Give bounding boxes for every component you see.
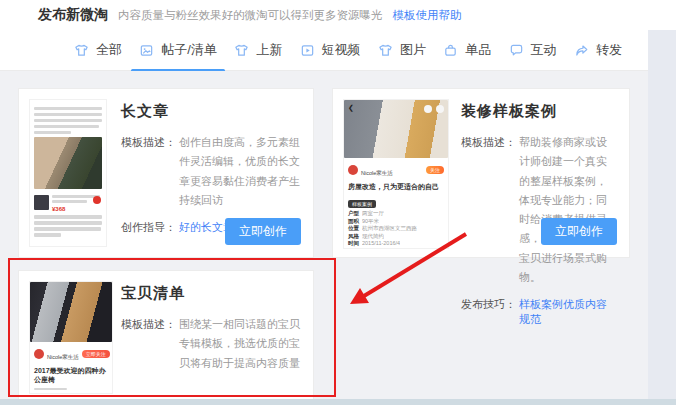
- avatar: [34, 349, 44, 359]
- card-body: 宝贝清单 模板描述： 围绕某一相同话题的宝贝专辑模板，挑选优质的宝贝将有助于提高…: [121, 284, 301, 373]
- video-play-icon: [300, 43, 315, 58]
- tab-posts-list[interactable]: 帖子/清单: [139, 41, 217, 59]
- card-body: 装修样板案例 模板描述： 帮助装修商家或设计师创建一个真实的整屋样板案例，体现专…: [461, 102, 617, 327]
- tab-all[interactable]: 全部: [74, 41, 122, 59]
- picture-post-icon: [139, 43, 154, 58]
- back-icon: ❮: [348, 104, 354, 112]
- author-name: Nicole家生活: [47, 354, 79, 360]
- close-icon: [436, 105, 444, 113]
- template-description: 模板描述： 帮助装修商家或设计师创建一个真实的整屋样板案例，体现专业能力；同时给…: [461, 133, 617, 287]
- tab-label: 转发: [596, 41, 622, 59]
- tab-label: 上新: [256, 41, 282, 59]
- tip-link[interactable]: 样板案例优质内容规范: [519, 298, 607, 325]
- product-price: ¥368: [52, 206, 102, 213]
- preview-photo: [30, 282, 112, 342]
- long-article-preview: ¥368: [29, 99, 107, 247]
- shirt-icon: [234, 43, 249, 58]
- create-now-button[interactable]: 立即创作: [541, 218, 617, 245]
- template-card-item-list: Nicole家生活 立即关注 2017最受欢迎的四种办公座椅 宝贝清单 模板描述…: [18, 270, 314, 401]
- preview-title: 2017最受欢迎的四种办公座椅: [30, 365, 112, 385]
- page-title: 发布新微淘: [38, 6, 108, 24]
- author-row: Nicole家生活 立即关注: [30, 342, 112, 365]
- publish-tip: 发布技巧： 样板案例优质内容规范: [461, 297, 617, 327]
- author-info: Nicole家生活: [47, 345, 79, 363]
- weitao-publish-page: 发布新微淘 内容质量与粉丝效果好的微淘可以得到更多资源曝光 模板使用帮助 全部 …: [0, 0, 676, 408]
- card-title: 装修样板案例: [461, 102, 617, 121]
- follow-button: 立即关注: [82, 350, 110, 358]
- tab-single-item[interactable]: 单品: [443, 41, 491, 59]
- card-title: 长文章: [121, 102, 301, 121]
- tab-label: 互动: [531, 41, 557, 59]
- description-label: 模板描述：: [461, 133, 516, 152]
- shirt-icon: [74, 43, 89, 58]
- description-label: 模板描述：: [121, 133, 176, 152]
- text-placeholder-block: [30, 388, 112, 395]
- author-name: Nicole家生活: [361, 170, 393, 176]
- card-body: 长文章 模板描述： 创作自由度高，多元素组件灵活编辑，优质的长文章更容易黏住消费…: [121, 102, 301, 235]
- template-card-long-article: ¥368 长文章 模板描述： 创作自由度高，多元素组件灵活编辑，优质的长文章更容…: [18, 88, 314, 258]
- card-title: 宝贝清单: [121, 284, 301, 303]
- follow-button: 关注: [426, 166, 444, 174]
- product-thumbnail: [34, 195, 49, 210]
- template-description: 模板描述： 创作自由度高，多元素组件灵活编辑，优质的长文章更容易黏住消费者产生持…: [121, 133, 301, 210]
- preview-photo: [34, 137, 102, 189]
- preview-title: 房屋改造，只为更适合的自己: [344, 181, 448, 192]
- tab-label: 全部: [96, 41, 122, 59]
- tab-label: 帖子/清单: [161, 41, 217, 59]
- tab-label: 短视频: [322, 41, 361, 59]
- description-text: 围绕某一相同话题的宝贝专辑模板，挑选优质的宝贝将有助于提高内容质量: [179, 318, 300, 369]
- decor-case-preview: ❮ Nicole家生活 关注 房屋改造，只为更适合的自己 样板案例 户型两室一厅…: [343, 99, 449, 249]
- property-row: 时间2015/11-2016/4: [344, 240, 448, 248]
- tab-new-arrival[interactable]: 上新: [234, 41, 282, 59]
- template-description: 模板描述： 围绕某一相同话题的宝贝专辑模板，挑选优质的宝贝将有助于提高内容质量: [121, 315, 301, 373]
- tab-label: 图片: [400, 41, 426, 59]
- item-list-preview: Nicole家生活 立即关注 2017最受欢迎的四种办公座椅: [29, 281, 113, 394]
- right-background-strip: [648, 30, 676, 401]
- property-row: 面积90平米: [344, 218, 448, 226]
- description-label: 模板描述：: [121, 315, 176, 334]
- tab-forward[interactable]: 转发: [574, 41, 622, 59]
- page-subtitle: 内容质量与粉丝效果好的微淘可以得到更多资源曝光: [118, 8, 383, 23]
- description-text: 创作自由度高，多元素组件灵活编辑，优质的长文章更容易黏住消费者产生持续回访: [179, 136, 300, 206]
- template-help-link[interactable]: 模板使用帮助: [393, 8, 462, 23]
- tip-label: 发布技巧：: [461, 297, 516, 312]
- property-row: 户型两室一厅: [344, 210, 448, 218]
- avatar: [348, 165, 358, 175]
- tab-label: 单品: [465, 41, 491, 59]
- property-row: 风格现代简约: [344, 233, 448, 241]
- bag-icon: [443, 43, 458, 58]
- more-icon: [424, 105, 432, 113]
- author-info: Nicole家生活: [361, 161, 423, 179]
- shirt-icon: [378, 43, 393, 58]
- case-tag: 样板案例: [348, 200, 376, 208]
- author-row: Nicole家生活 关注: [344, 158, 448, 181]
- text-placeholder-block: [34, 215, 102, 237]
- share-arrow-icon: [574, 43, 589, 58]
- cart-icon: [93, 196, 101, 204]
- chat-icon: [509, 43, 524, 58]
- description-text: 帮助装修商家或设计师创建一个真实的整屋样板案例，体现专业能力；同时给消费者提供灵…: [519, 136, 607, 283]
- template-card-decor-case: ❮ Nicole家生活 关注 房屋改造，只为更适合的自己 样板案例 户型两室一厅…: [332, 88, 630, 258]
- property-row: 位置杭州市西湖区文三西路: [344, 225, 448, 233]
- guide-label: 创作指导：: [121, 220, 176, 235]
- category-tabbar: 全部 帖子/清单 上新 短视频 图片 单品 互动 转发: [0, 30, 648, 71]
- bottom-background-strip: [0, 399, 676, 405]
- tab-picture[interactable]: 图片: [378, 41, 426, 59]
- product-row: ¥368: [34, 192, 102, 213]
- page-header: 发布新微淘 内容质量与粉丝效果好的微淘可以得到更多资源曝光 模板使用帮助: [0, 0, 676, 30]
- tab-short-video[interactable]: 短视频: [300, 41, 361, 59]
- preview-photo: ❮: [344, 100, 448, 158]
- create-now-button[interactable]: 立即创作: [225, 218, 301, 245]
- text-placeholder-block: [34, 107, 102, 135]
- tab-interaction[interactable]: 互动: [509, 41, 557, 59]
